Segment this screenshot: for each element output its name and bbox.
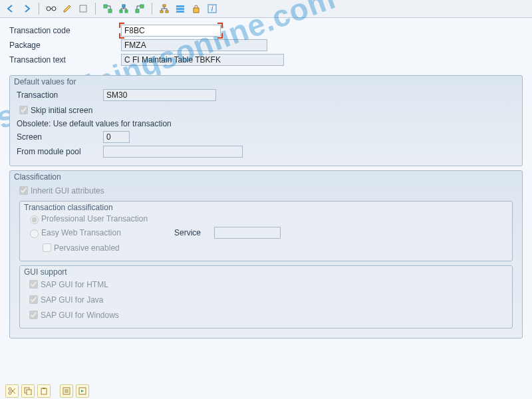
svg-rect-16 — [194, 8, 199, 13]
hierarchy-icon[interactable] — [158, 3, 171, 15]
toolbar-separator — [152, 3, 152, 15]
inherit-checkbox[interactable] — [19, 186, 28, 195]
list-icon[interactable] — [60, 384, 73, 398]
easy-label: Easy Web Transaction — [41, 228, 174, 237]
gui-html-label: SAP GUI for HTML — [41, 280, 108, 289]
transaction-input[interactable] — [103, 89, 216, 101]
svg-rect-7 — [125, 10, 128, 13]
easy-radio[interactable] — [30, 229, 39, 238]
ttext-label: Transaction text — [9, 55, 121, 65]
header-form: Transaction code Package Transaction tex… — [0, 18, 532, 71]
pro-radio[interactable] — [30, 215, 39, 224]
svg-rect-8 — [140, 5, 144, 8]
package-input[interactable] — [121, 39, 267, 51]
toolbar-separator — [39, 3, 39, 15]
svg-rect-6 — [120, 10, 122, 13]
route-out-icon[interactable] — [133, 3, 146, 15]
back-icon[interactable] — [4, 3, 17, 15]
svg-rect-2 — [80, 5, 86, 12]
inherit-label: Inherit GUI attributes — [31, 186, 104, 196]
svg-rect-10 — [163, 5, 166, 7]
status-bar — [5, 384, 89, 398]
ttext-input[interactable] — [121, 54, 284, 66]
defaults-title: Default values for — [14, 77, 76, 86]
placeholder-icon[interactable] — [76, 3, 90, 15]
service-input[interactable] — [214, 227, 281, 239]
list-play-icon[interactable] — [76, 384, 89, 398]
info-icon[interactable]: i — [205, 3, 219, 15]
transaction-classification-group: Transaction classification Professional … — [19, 201, 513, 261]
modpool-input[interactable] — [103, 146, 243, 158]
pencil-icon[interactable] — [61, 3, 74, 15]
route-mid-icon[interactable] — [117, 3, 130, 15]
svg-rect-15 — [176, 11, 184, 13]
svg-rect-3 — [104, 5, 107, 8]
pro-label: Professional User Transaction — [41, 214, 148, 223]
lock-icon[interactable] — [190, 3, 203, 15]
svg-rect-22 — [27, 390, 31, 395]
svg-rect-11 — [160, 11, 163, 13]
tc-title: Transaction classification — [24, 203, 113, 212]
svg-point-1 — [52, 7, 56, 11]
gui-java-checkbox[interactable] — [29, 295, 38, 304]
application-toolbar: i — [0, 0, 532, 18]
defaults-group: Default values for Transaction Skip init… — [9, 75, 523, 166]
classification-title: Classification — [14, 172, 61, 182]
svg-point-20 — [9, 392, 11, 394]
svg-point-19 — [9, 388, 11, 390]
svg-rect-4 — [108, 9, 112, 13]
paste-icon[interactable] — [37, 384, 51, 398]
obsolete-text: Obsolete: Use default values for transac… — [17, 119, 172, 128]
pervasive-checkbox[interactable] — [43, 243, 51, 252]
gui-html-checkbox[interactable] — [29, 280, 38, 289]
copy-icon[interactable] — [21, 384, 35, 398]
gui-win-label: SAP GUI for Windows — [41, 311, 119, 320]
classification-group: Classification Inherit GUI attributes Tr… — [9, 170, 523, 338]
scissors-icon[interactable] — [5, 384, 19, 398]
svg-text:i: i — [211, 4, 213, 13]
gui-java-label: SAP GUI for Java — [41, 295, 103, 305]
package-label: Package — [9, 41, 121, 50]
tcode-label: Transaction code — [9, 26, 121, 35]
gui-win-checkbox[interactable] — [29, 311, 38, 319]
service-label: Service — [174, 228, 214, 237]
svg-point-0 — [47, 7, 51, 11]
gui-support-group: GUI support SAP GUI for HTML SAP GUI for… — [19, 265, 513, 329]
svg-rect-9 — [136, 9, 139, 13]
screen-label: Screen — [17, 132, 103, 142]
svg-rect-14 — [176, 8, 184, 10]
screen-input[interactable] — [103, 131, 130, 143]
pervasive-label: Pervasive enabled — [54, 243, 120, 253]
tcode-input[interactable] — [121, 25, 221, 37]
svg-rect-12 — [166, 11, 168, 13]
skip-checkbox[interactable] — [19, 106, 28, 114]
skip-label: Skip initial screen — [31, 106, 92, 115]
glasses-icon[interactable] — [45, 3, 58, 15]
route-in-icon[interactable] — [101, 3, 114, 15]
tcode-field-wrap — [121, 25, 221, 37]
svg-rect-24 — [43, 388, 45, 389]
stack-icon[interactable] — [174, 3, 187, 15]
modpool-label: From module pool — [17, 147, 103, 156]
forward-icon[interactable] — [20, 3, 33, 15]
transaction-label: Transaction — [17, 90, 103, 100]
toolbar-separator — [95, 3, 96, 15]
gui-title: GUI support — [24, 267, 67, 277]
svg-rect-23 — [41, 388, 47, 394]
svg-rect-13 — [176, 5, 184, 7]
svg-rect-5 — [122, 5, 125, 7]
